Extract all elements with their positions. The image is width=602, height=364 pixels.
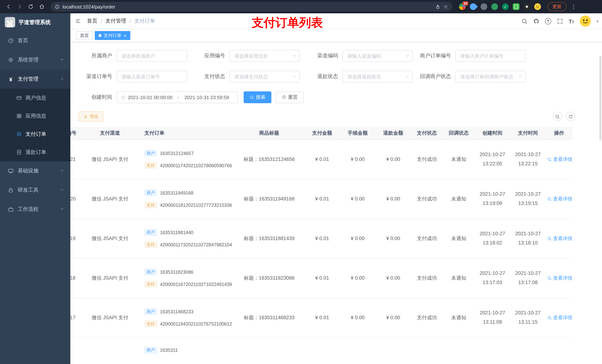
sidebar-item-app-info[interactable]: 应用信息	[0, 107, 70, 125]
sidebar-item-pay[interactable]: ¥ 支付管理	[0, 70, 70, 89]
table-toolbar: 导出	[74, 111, 598, 122]
extension-gray-icon[interactable]	[481, 3, 487, 10]
sidebar-item-dev-tools[interactable]: 研发工具	[0, 180, 70, 200]
view-detail-link[interactable]: 查看详情	[547, 275, 572, 281]
refresh-table-button[interactable]	[566, 112, 575, 121]
extension-colorful-icon[interactable]: 10	[459, 3, 466, 10]
update-browser-button[interactable]: 更新	[548, 2, 567, 11]
cell-id: 117	[70, 298, 78, 337]
cell-refund-amount: ¥ 0.00	[376, 219, 411, 258]
cell-pay-amount: ¥ 0.01	[304, 258, 340, 298]
scrollbar-thumb[interactable]	[599, 55, 601, 141]
channel-order-no: 4200001194202110276752100612	[160, 321, 232, 326]
pay-badge: 支付	[144, 281, 157, 287]
extension-pin-icon[interactable]	[524, 3, 530, 10]
extension-badge: 10	[462, 1, 468, 6]
reset-button[interactable]: 重置	[276, 91, 304, 103]
cell-create-time: 2021-10-27 13:18:02	[475, 219, 510, 258]
cell-pay-time: 2021-10-27 13:18:10	[510, 219, 546, 258]
cell-refund-amount: ¥ 0.00	[376, 139, 411, 179]
site-info-icon[interactable]	[55, 4, 60, 9]
extension-check-icon[interactable]: ✓	[502, 3, 509, 10]
breadcrumb-pay-manage[interactable]: 支付管理	[106, 18, 126, 24]
refund-status-select[interactable]	[343, 71, 413, 83]
tab-pay-order[interactable]: 支付订单 ×	[95, 31, 130, 40]
sidebar-toggle-icon[interactable]	[75, 18, 81, 24]
search-icon	[547, 276, 552, 280]
cell-actions: 查看详情	[546, 258, 572, 298]
chrome-menu-icon[interactable]: ⋮	[571, 3, 576, 10]
cell-channel: 微信 JSAPI 支付	[78, 139, 141, 179]
close-icon[interactable]: ×	[124, 33, 127, 38]
cell-pay-status: 支付成功	[411, 139, 443, 179]
user-avatar[interactable]	[580, 16, 591, 27]
toggle-search-button[interactable]	[552, 112, 562, 121]
cell-create-time: 2021-10-27 13:11:08	[475, 298, 510, 337]
font-size-icon[interactable]: TT	[569, 18, 574, 24]
view-detail-link[interactable]: 查看详情	[547, 196, 572, 202]
sidebar-item-refund-order[interactable]: 退款订单	[0, 143, 70, 161]
notify-status-select[interactable]	[455, 71, 526, 83]
sidebar: 芋道管理系统 首页 系统管理 ¥ 支付管理 商户信息	[0, 13, 70, 364]
chevron-up-icon	[60, 76, 64, 82]
view-detail-link[interactable]: 查看详情	[547, 314, 572, 321]
merchant-order-no-input[interactable]	[455, 50, 526, 62]
share-icon[interactable]	[436, 4, 441, 9]
cell-channel: 微信 JSAPI 支付	[78, 219, 141, 258]
sidebar-item-merchant-info[interactable]: 商户信息	[0, 89, 70, 107]
extension-chat-icon[interactable]	[513, 3, 519, 10]
search-button[interactable]: 搜索	[244, 91, 271, 103]
page-content: 所属商户 应用编号 渠道编码	[70, 42, 602, 364]
cell-title: 标题：1635311468233	[234, 298, 304, 337]
table-row: 121 微信 JSAPI 支付 商户 1635312124657	[70, 139, 572, 179]
breadcrumb-home[interactable]: 首页	[87, 18, 97, 24]
chevron-down-icon	[60, 57, 64, 63]
sidebar-item-workflow[interactable]: 工作流程	[0, 200, 70, 219]
address-bar[interactable]: localhost:1024/pay/order ☆	[50, 2, 452, 11]
col-create-time: 创建时间	[475, 127, 510, 139]
cell-fee-amount: ¥ 0.00	[340, 139, 376, 179]
reload-button[interactable]	[26, 2, 35, 11]
forward-button[interactable]	[15, 2, 24, 11]
profile-avatar[interactable]	[534, 3, 541, 10]
chevron-down-icon	[60, 207, 64, 212]
fullscreen-icon[interactable]	[557, 18, 563, 24]
create-time-range-picker[interactable]: 2021-10-01 00:00:00 - 2021-10-31 23:59:5…	[117, 91, 238, 103]
help-icon[interactable]: ?	[545, 18, 551, 24]
view-detail-link[interactable]: 查看详情	[547, 235, 572, 242]
bookmark-star-icon[interactable]: ☆	[443, 4, 448, 10]
cell-notify-status: 未通知	[443, 298, 475, 337]
pay-status-select[interactable]	[230, 71, 300, 83]
back-button[interactable]	[4, 2, 13, 11]
sidebar-item-pay-order[interactable]: 支付订单	[0, 125, 70, 143]
channel-order-no-input[interactable]	[117, 71, 187, 83]
sidebar-item-home[interactable]: 首页	[0, 31, 70, 50]
channel-code-select[interactable]	[343, 50, 413, 62]
cell-fee-amount: ¥ 0.00	[340, 179, 376, 219]
github-icon[interactable]	[533, 18, 539, 24]
search-icon	[249, 95, 254, 100]
search-icon[interactable]	[521, 18, 527, 24]
tab-home[interactable]: 首页	[76, 31, 93, 40]
sidebar-item-infra[interactable]: 基础设施	[0, 161, 70, 180]
cell-pay-order: 商户 1635311468233 支付 42000011942021102767…	[141, 298, 234, 337]
app-select[interactable]	[230, 50, 300, 62]
cell-pay-amount: ¥ 0.01	[304, 219, 340, 258]
table-row: 117 微信 JSAPI 支付 商户 1635311468233	[70, 298, 572, 337]
filter-label: 渠道编码	[300, 52, 343, 59]
avatar-caret-icon[interactable]: ▾	[596, 19, 598, 23]
extension-green-icon[interactable]	[491, 3, 498, 10]
extension-drop-icon[interactable]	[469, 2, 478, 11]
export-button[interactable]: 导出	[78, 111, 103, 122]
chevron-down-icon	[60, 168, 64, 174]
sidebar-item-system[interactable]: 系统管理	[0, 50, 70, 70]
merchant-select[interactable]	[117, 50, 187, 62]
view-detail-link[interactable]: 查看详情	[547, 156, 572, 163]
grid-icon	[16, 113, 22, 119]
cell-pay-status: 支付成功	[411, 179, 443, 219]
monitor-icon	[8, 168, 14, 174]
home-button[interactable]	[37, 2, 47, 11]
col-pay-order: 支付订单	[141, 127, 234, 139]
document-icon	[16, 149, 22, 155]
sidebar-logo[interactable]: 芋道管理系统	[0, 13, 70, 31]
